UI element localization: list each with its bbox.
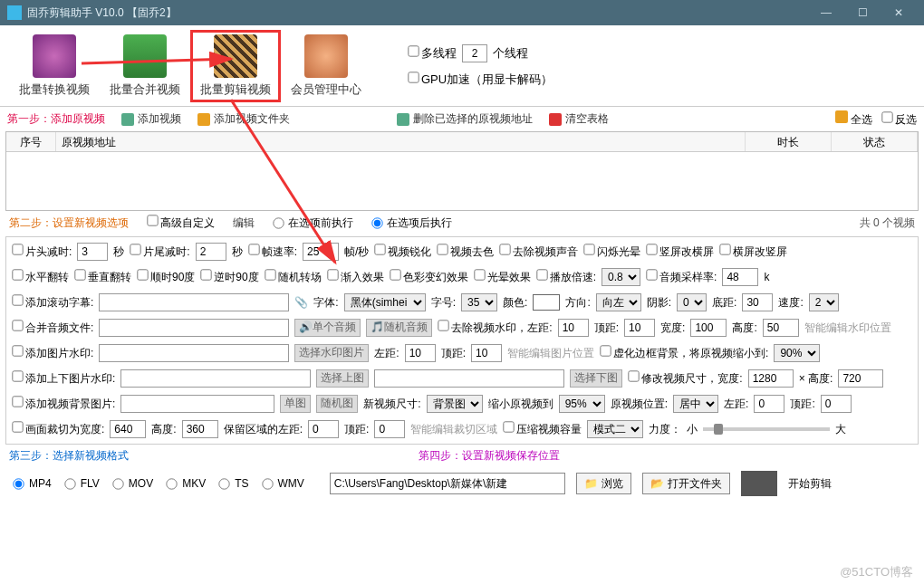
shrink-combo[interactable]: 95% [559, 395, 605, 413]
resize-h[interactable] [838, 369, 883, 388]
smart-crop-btn[interactable]: 智能编辑裁切区域 [410, 422, 497, 437]
fps-val[interactable] [303, 243, 339, 261]
fmt-ts[interactable]: TS [218, 477, 248, 490]
fmt-wmv[interactable]: WMV [262, 477, 304, 490]
resize-check[interactable]: 修改视频尺寸，宽度: [628, 370, 742, 387]
smart-img-btn[interactable]: 智能编辑图片位置 [507, 346, 594, 361]
tb-top-input[interactable] [120, 369, 311, 388]
tool-convert[interactable]: 批量转换视频 [9, 34, 100, 98]
force-slider[interactable] [703, 427, 830, 431]
wm-height[interactable] [763, 319, 799, 337]
font-combo[interactable]: 黑体(simhei [344, 293, 426, 311]
multithread-check[interactable]: 多线程 [408, 45, 457, 62]
fmt-flv[interactable]: FLV [64, 477, 100, 490]
adv-check[interactable]: 高级自定义 [147, 215, 215, 231]
select-top-img-btn[interactable]: 选择上图 [316, 369, 369, 388]
pos-combo[interactable]: 居中 [673, 395, 718, 413]
add-video-btn[interactable]: 添加视频 [121, 111, 181, 127]
fps-check[interactable]: 帧速率: [248, 244, 297, 260]
newsize-combo[interactable]: 背景图 [427, 395, 483, 413]
thread-input[interactable] [462, 44, 487, 62]
speed-combo[interactable]: 0.8 [602, 268, 640, 286]
single-audio-btn[interactable]: 🔊单个音频 [294, 319, 361, 337]
maximize-button[interactable]: ☐ [844, 0, 881, 25]
bg-img-input[interactable] [120, 395, 274, 413]
select-all-check[interactable]: 全选 [835, 110, 872, 128]
fmt-mkv[interactable]: MKV [166, 477, 206, 490]
start-icon[interactable] [741, 471, 777, 496]
sharpen-check[interactable]: 视频锐化 [374, 244, 431, 260]
dir-combo[interactable]: 向左 [596, 293, 641, 311]
tb-bottom-input[interactable] [374, 369, 564, 388]
audiorate-check[interactable]: 音频采样率: [646, 269, 717, 285]
browse-btn[interactable]: 📁浏览 [576, 473, 631, 494]
wm-left[interactable] [558, 319, 589, 337]
img-left[interactable] [405, 344, 436, 362]
v2h-check[interactable]: 竖屏改横屏 [646, 244, 714, 260]
save-path-input[interactable] [330, 473, 565, 494]
color-picker[interactable] [533, 294, 560, 311]
scroll-text-input[interactable] [99, 293, 289, 311]
invert-check[interactable]: 反选 [881, 111, 917, 128]
hflip-check[interactable]: 水平翻转 [12, 269, 69, 285]
tool-member[interactable]: 会员管理中心 [281, 34, 371, 98]
head-cut-val[interactable] [77, 243, 108, 261]
vflip-check[interactable]: 垂直翻转 [74, 269, 131, 285]
rnd-trans-check[interactable]: 随机转场 [265, 269, 322, 285]
img-watermark-input[interactable] [99, 344, 289, 362]
img-top[interactable] [471, 344, 502, 362]
ccw90-check[interactable]: 逆时90度 [200, 269, 258, 285]
size-combo[interactable]: 35 [461, 293, 497, 311]
bottom-dist[interactable] [742, 293, 773, 311]
head-cut-check[interactable]: 片头减时: [12, 244, 72, 260]
desaturate-check[interactable]: 视频去色 [437, 244, 494, 260]
single-img-btn[interactable]: 单图 [280, 395, 311, 413]
img-watermark-check[interactable]: 添加图片水印: [12, 345, 93, 361]
h2v-check[interactable]: 横屏改竖屏 [719, 244, 787, 260]
compress-check[interactable]: 压缩视频容量 [503, 421, 582, 437]
minimize-button[interactable]: — [808, 0, 844, 25]
smart-wm-btn[interactable]: 智能编辑水印位置 [804, 321, 891, 336]
keep-left[interactable] [308, 420, 339, 438]
exec-before-radio[interactable]: 在选项前执行 [273, 215, 353, 231]
clear-table-btn[interactable]: 清空表格 [549, 111, 609, 127]
compress-mode-combo[interactable]: 模式二 [587, 420, 643, 438]
tail-cut-check[interactable]: 片尾减时: [130, 244, 189, 260]
speed-check[interactable]: 播放倍速: [536, 269, 596, 285]
shadow-combo[interactable]: 0 [677, 293, 707, 311]
add-folder-btn[interactable]: 添加视频文件夹 [197, 111, 290, 127]
merge-audio-check[interactable]: 合并音频文件: [12, 320, 93, 336]
bg-top[interactable] [821, 395, 852, 413]
tb-img-check[interactable]: 添加上下图片水印: [12, 370, 115, 387]
mute-check[interactable]: 去除视频声音 [499, 244, 578, 260]
blur-pct-combo[interactable]: 90% [774, 344, 820, 362]
gpu-check[interactable]: GPU加速（用显卡解码） [408, 72, 553, 88]
cw90-check[interactable]: 顺时90度 [137, 269, 195, 285]
blur-border-check[interactable]: 虚化边框背景，将原视频缩小到: [600, 345, 768, 361]
wm-top[interactable] [624, 319, 655, 337]
exec-after-radio[interactable]: 在选项后执行 [371, 215, 452, 231]
crop-check[interactable]: 画面裁切为宽度: [12, 421, 104, 437]
select-bottom-img-btn[interactable]: 选择下图 [570, 369, 622, 388]
random-img-btn[interactable]: 随机图 [316, 395, 358, 413]
crop-w[interactable] [110, 420, 146, 438]
select-wm-img-btn[interactable]: 选择水印图片 [294, 344, 369, 362]
bg-img-check[interactable]: 添加视频背景图片: [12, 396, 115, 412]
wm-width[interactable] [690, 319, 727, 337]
remove-watermark-check[interactable]: 去除视频水印，左距: [438, 320, 552, 336]
audiorate-val[interactable] [722, 268, 758, 286]
close-button[interactable]: ✕ [881, 0, 917, 25]
resize-w[interactable] [748, 369, 794, 388]
random-audio-btn[interactable]: 🎵随机音频 [366, 319, 432, 337]
flash-check[interactable]: 闪烁光晕 [583, 244, 640, 260]
halo-check[interactable]: 光晕效果 [474, 269, 531, 285]
tool-merge[interactable]: 批量合并视频 [100, 34, 190, 98]
bg-left[interactable] [754, 395, 784, 413]
fmt-mp4[interactable]: MP4 [13, 477, 52, 490]
delete-selected-btn[interactable]: 删除已选择的原视频地址 [397, 111, 533, 127]
start-label[interactable]: 开始剪辑 [788, 476, 832, 492]
scroll-text-check[interactable]: 添加滚动字幕: [12, 294, 93, 311]
tail-cut-val[interactable] [196, 243, 226, 261]
open-folder-btn[interactable]: 📂打开文件夹 [642, 473, 730, 494]
merge-audio-input[interactable] [99, 319, 289, 337]
